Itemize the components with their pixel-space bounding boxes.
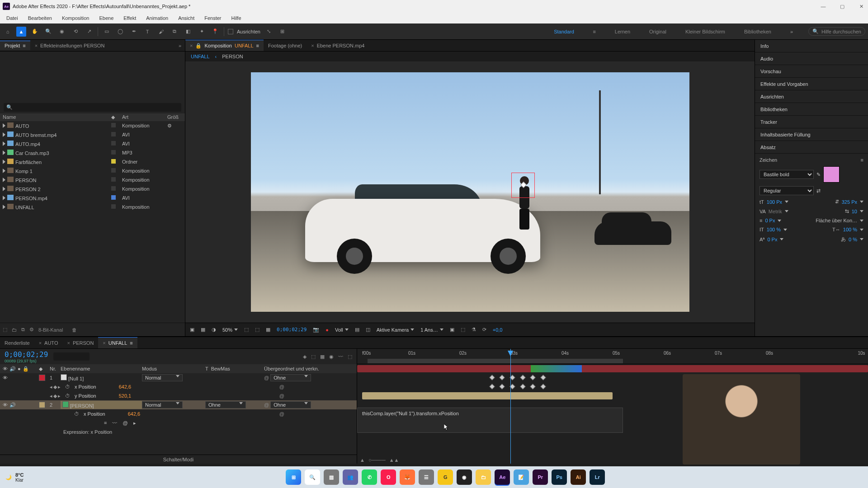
expr-pickwhip-icon[interactable]: @ — [123, 420, 127, 426]
roi-icon[interactable]: ⬚ — [255, 327, 259, 333]
label-chip[interactable] — [111, 159, 116, 164]
viewer-timecode[interactable]: 0;00;02;29 — [277, 327, 307, 333]
eye-icon[interactable]: 👁 — [3, 402, 8, 408]
timeline-search[interactable] — [53, 352, 90, 361]
panel-effekte[interactable]: Effekte und Vorgaben — [755, 78, 868, 90]
blend-mode-dropdown[interactable]: Normal — [142, 374, 183, 381]
label-chip[interactable] — [111, 141, 116, 145]
add-kf-icon[interactable]: ◆ — [53, 393, 57, 399]
grid-icon[interactable]: ▦ — [266, 327, 270, 333]
tab-menu-icon[interactable]: ≡ — [130, 340, 132, 346]
close-button[interactable]: ✕ — [857, 2, 865, 10]
rotate-tool[interactable]: ⟲ — [71, 27, 80, 37]
pickwhip-icon[interactable]: @ — [264, 402, 269, 408]
tab-tl-auto[interactable]: ×AUTO — [34, 337, 63, 348]
task-view-icon[interactable]: ▥ — [324, 469, 339, 485]
label-chip[interactable] — [111, 168, 116, 173]
app-icon-2[interactable]: G — [438, 469, 453, 485]
firefox-icon[interactable]: 🦊 — [400, 469, 415, 485]
property-row[interactable]: ◂◆▸ ⏱ y Position 520,1 @ — [0, 391, 357, 400]
layer-name[interactable]: [Null 1] — [68, 376, 84, 381]
crumb-unfall[interactable]: UNFALL — [191, 54, 210, 59]
col-nr[interactable]: Nr. — [50, 366, 61, 371]
teams-icon[interactable]: 👥 — [343, 469, 358, 485]
zoom-out-icon[interactable]: ▲ — [360, 457, 365, 463]
pickwhip-icon[interactable]: @ — [279, 384, 284, 389]
timeline-icon[interactable]: ⚗ — [472, 327, 476, 333]
roto-tool[interactable]: ✦ — [197, 27, 207, 37]
panel-bibliotheken[interactable]: Bibliotheken — [755, 103, 868, 116]
layer-color-chip[interactable] — [39, 402, 45, 408]
close-icon[interactable]: × — [39, 340, 42, 346]
tracking-value[interactable]: 10 — [852, 209, 857, 214]
tab-menu-icon[interactable]: ≡ — [23, 43, 25, 48]
tab-renderliste[interactable]: Renderliste — [0, 337, 34, 348]
close-icon[interactable]: × — [103, 340, 105, 346]
char-panel-title[interactable]: Zeichen — [760, 157, 777, 163]
illustrator-icon[interactable]: Ai — [571, 469, 586, 485]
tab-footage[interactable]: Footage (ohne) — [264, 40, 307, 51]
layer-row-null[interactable]: 👁 1 [Null 1] Normal @ Ohne — [0, 373, 357, 382]
eyedropper-icon[interactable]: ✎ — [816, 172, 821, 178]
always-preview-icon[interactable]: ▣ — [190, 327, 194, 333]
panel-absatz[interactable]: Absatz — [755, 141, 868, 154]
next-kf-icon[interactable]: ▸ — [58, 384, 61, 390]
panel-info[interactable]: Info — [755, 40, 868, 52]
views-dropdown[interactable]: 1 Ans… — [420, 327, 443, 333]
tab-composition[interactable]: × 🔒 Komposition UNFALL ≡ — [185, 40, 264, 51]
expr-language-icon[interactable]: ▸ — [133, 420, 136, 426]
close-icon[interactable]: × — [190, 43, 193, 48]
menu-bearbeiten[interactable]: Bearbeiten — [24, 14, 57, 22]
expr-enable-icon[interactable]: = — [104, 420, 107, 426]
font-family-dropdown[interactable]: Bastile bold — [760, 170, 814, 179]
close-icon[interactable]: × — [67, 340, 70, 346]
puppet-tool[interactable]: 📍 — [210, 27, 220, 37]
col-t[interactable]: T — [205, 366, 208, 371]
mask-icon[interactable]: ◑ — [212, 327, 216, 333]
project-item[interactable]: PERSONKomposition — [0, 175, 185, 184]
prop-xpos-value[interactable]: 642,6 — [119, 384, 132, 389]
obs-icon[interactable]: ◉ — [457, 469, 472, 485]
panel-audio[interactable]: Audio — [755, 52, 868, 65]
panel-vorschau[interactable]: Vorschau — [755, 65, 868, 78]
draft-3d-icon[interactable]: ⬚ — [311, 354, 316, 360]
menu-ansicht[interactable]: Ansicht — [174, 14, 199, 22]
explorer-icon[interactable]: 🗀 — [476, 469, 491, 485]
eye-column-icon[interactable]: 👁 — [3, 366, 8, 372]
label-chip[interactable] — [111, 132, 116, 136]
layer-row-person[interactable]: 👁🔊 2 [PERSON] Normal Ohne @ Ohne — [0, 400, 357, 409]
project-item[interactable]: PERSON 2Komposition — [0, 184, 185, 193]
property-row[interactable]: ◂◆▸ ⏱ x Position 642,6 @ — [0, 382, 357, 391]
project-item[interactable]: AUTO bremst.mp4AVI — [0, 130, 185, 139]
frame-blend-icon[interactable]: ▦ — [320, 354, 325, 360]
help-search[interactable]: 🔍 Hilfe durchsuchen — [808, 27, 865, 36]
panel-menu-icon[interactable]: ≡ — [861, 157, 863, 163]
expr-graph-icon[interactable]: 〰 — [112, 420, 117, 426]
trash-icon[interactable]: 🗑 — [72, 327, 77, 333]
vscale-value[interactable]: 100 % — [767, 227, 781, 232]
pen-tool[interactable]: ✒ — [129, 27, 139, 37]
label-chip[interactable] — [111, 150, 116, 155]
rect-tool[interactable]: ▭ — [102, 27, 112, 37]
exposure-value[interactable]: +0,0 — [493, 327, 503, 333]
font-style-dropdown[interactable]: Regular — [760, 186, 814, 195]
premiere-icon[interactable]: Pr — [533, 469, 548, 485]
layer-color-chip[interactable] — [39, 375, 45, 381]
bit-depth-button[interactable]: 8-Bit-Kanal — [38, 327, 63, 333]
opera-icon[interactable]: O — [381, 469, 396, 485]
taskbar-search-icon[interactable]: 🔍 — [305, 469, 320, 485]
hscale-value[interactable]: 100 % — [843, 227, 857, 232]
after-effects-icon[interactable]: Ae — [495, 469, 510, 485]
workspace-original[interactable]: Original — [646, 27, 670, 36]
leading-value[interactable]: 325 Px — [842, 199, 857, 205]
zoom-dropdown[interactable]: 50% — [222, 327, 238, 333]
label-chip[interactable] — [111, 177, 116, 182]
toggle-switches-button[interactable]: Schalter/Modi — [163, 457, 193, 462]
project-item-list[interactable]: AUTOKomposition⚙AUTO bremst.mp4AVIAUTO.m… — [0, 121, 185, 323]
text-tool[interactable]: T — [142, 27, 152, 37]
pickwhip-icon[interactable]: @ — [279, 393, 284, 399]
comp-mini-flow-icon[interactable]: ◈ — [303, 354, 307, 360]
add-kf-icon[interactable]: ◆ — [53, 384, 57, 390]
menu-animation[interactable]: Animation — [142, 14, 173, 22]
eye-icon[interactable]: 👁 — [3, 375, 8, 380]
